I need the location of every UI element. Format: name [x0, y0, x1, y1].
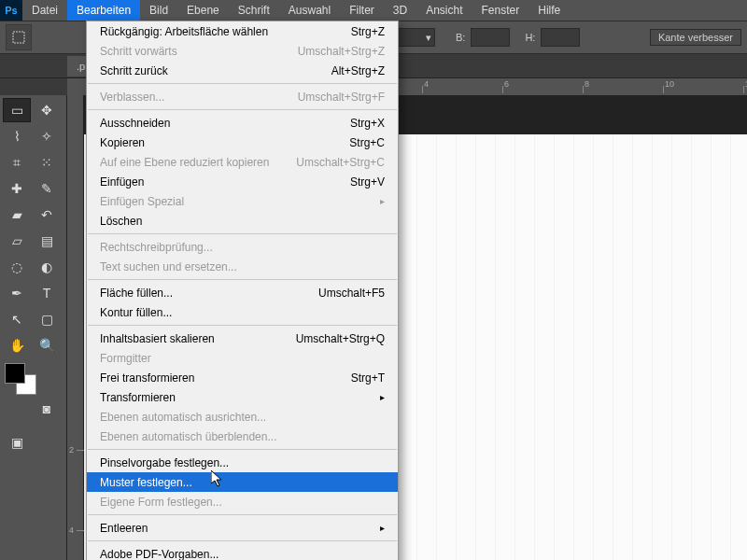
heal-tool[interactable]: ✚ [3, 176, 31, 201]
menu-auswahl[interactable]: Auswahl [279, 0, 340, 21]
menu-item-rechtschreibpr-fung: Rechtschreibprüfung... [87, 237, 398, 257]
menu-item-r-ckg-ngig-arbeitsfl-che-w-hlen[interactable]: Rückgängig: Arbeitsfläche wählenStrg+Z [87, 21, 398, 41]
menu-bild[interactable]: Bild [140, 0, 177, 21]
menu-item-pinselvorgabe-festlegen[interactable]: Pinselvorgabe festlegen... [87, 453, 398, 472]
menu-item-formgitter: Formgitter [87, 348, 398, 368]
svg-rect-0 [13, 32, 24, 43]
menu-item-einf-gen-spezial: Einfügen Spezial▸ [87, 191, 398, 211]
zoom-tool[interactable]: 🔍 [33, 333, 61, 357]
wand-tool[interactable]: ✧ [33, 124, 61, 148]
menu-item-entleeren[interactable]: Entleeren▸ [87, 518, 398, 538]
width-label: B: [456, 32, 465, 43]
hand-tool[interactable]: ✋ [3, 333, 31, 357]
color-swatches[interactable] [5, 363, 36, 395]
menu-item-transformieren[interactable]: Transformieren▸ [87, 387, 398, 407]
menu-item-ebenen-automatisch-ausrichten: Ebenen automatisch ausrichten... [87, 407, 398, 427]
brush-tool[interactable]: ✎ [33, 176, 61, 201]
menu-item-verblassen: Verblassen...Umschalt+Strg+F [87, 87, 398, 106]
type-tool[interactable]: T [33, 281, 61, 305]
submenu-arrow-icon: ▸ [380, 392, 385, 402]
menu-schrift[interactable]: Schrift [229, 0, 279, 21]
screenmode-tool[interactable]: ▣ [3, 430, 31, 455]
foreground-color[interactable] [5, 363, 25, 384]
menu-item-adobe-pdf-vorgaben[interactable]: Adobe PDF-Vorgaben... [87, 544, 398, 560]
menu-ansicht[interactable]: Ansicht [416, 0, 472, 21]
move-tool[interactable]: ✥ [33, 98, 61, 122]
tool-preset-icon[interactable] [6, 24, 32, 50]
menu-item-inhaltsbasiert-skalieren[interactable]: Inhaltsbasiert skalierenUmschalt+Strg+Q [87, 329, 398, 348]
marquee-tool[interactable]: ▭ [3, 98, 31, 122]
menu-item-muster-festlegen[interactable]: Muster festlegen... [87, 472, 398, 492]
menu-bearbeiten[interactable]: Bearbeiten [67, 0, 140, 21]
width-input[interactable] [471, 28, 510, 47]
menu-item-eigene-form-festlegen: Eigene Form festlegen... [87, 492, 398, 511]
edit-menu-dropdown: Rückgängig: Arbeitsfläche wählenStrg+ZSc… [86, 21, 399, 560]
submenu-arrow-icon: ▸ [380, 196, 385, 206]
menu-fenster[interactable]: Fenster [472, 0, 529, 21]
menu-item-kopieren[interactable]: KopierenStrg+C [87, 133, 398, 152]
eraser-tool[interactable]: ▱ [3, 229, 31, 253]
stamp-tool[interactable]: ▰ [3, 203, 31, 227]
history-tool[interactable]: ↶ [33, 203, 61, 227]
menu-item-kontur-f-llen[interactable]: Kontur füllen... [87, 302, 398, 322]
path-tool[interactable]: ↖ [3, 307, 31, 331]
blur-tool[interactable]: ◌ [3, 255, 31, 279]
refine-edge-button[interactable]: Kante verbesser [650, 29, 741, 46]
dodge-tool[interactable]: ◐ [33, 255, 61, 279]
submenu-arrow-icon: ▸ [380, 523, 385, 533]
menu-item-schritt-vorw-rts: Schritt vorwärtsUmschalt+Strg+Z [87, 41, 398, 61]
pen-tool[interactable]: ✒ [3, 281, 31, 305]
menu-datei[interactable]: Datei [22, 0, 67, 21]
menu-item-schritt-zur-ck[interactable]: Schritt zurückAlt+Strg+Z [87, 61, 398, 80]
shape-tool[interactable]: ▢ [33, 307, 61, 331]
eyedropper-tool[interactable]: ⁙ [33, 150, 61, 175]
crop-tool[interactable]: ⌗ [3, 150, 31, 175]
menu-separator [88, 540, 397, 541]
gradient-tool[interactable]: ▤ [33, 229, 61, 253]
menu-item-text-suchen-und-ersetzen: Text suchen und ersetzen... [87, 257, 398, 276]
menu-separator [88, 233, 397, 234]
quickmask-tool[interactable]: ◙ [33, 397, 61, 421]
menu-ebene[interactable]: Ebene [177, 0, 229, 21]
menu-item-frei-transformieren[interactable]: Frei transformierenStrg+T [87, 368, 398, 387]
menu-separator [88, 83, 397, 84]
app-logo: Ps [0, 0, 22, 21]
ruler-vertical: 24 [67, 95, 84, 560]
menu-3d[interactable]: 3D [384, 0, 416, 21]
lasso-tool[interactable]: ⌇ [3, 124, 31, 148]
menu-item-auf-eine-ebene-reduziert-kopieren: Auf eine Ebene reduziert kopierenUmschal… [87, 152, 398, 172]
tool-panel: ▭✥⌇✧⌗⁙✚✎▰↶▱▤◌◐✒T↖▢✋🔍◙▣ [0, 95, 67, 560]
menu-item-l-schen[interactable]: Löschen [87, 211, 398, 231]
menu-item-ausschneiden[interactable]: AusschneidenStrg+X [87, 113, 398, 133]
menu-separator [88, 325, 397, 326]
menu-separator [88, 109, 397, 110]
height-label: H: [525, 32, 535, 43]
menu-filter[interactable]: Filter [340, 0, 384, 21]
menu-separator [88, 514, 397, 515]
menu-separator [88, 279, 397, 280]
menu-item-einf-gen[interactable]: EinfügenStrg+V [87, 172, 398, 191]
menu-hilfe[interactable]: Hilfe [529, 0, 570, 21]
menu-separator [88, 449, 397, 450]
menubar: Ps DateiBearbeitenBildEbeneSchriftAuswah… [0, 0, 747, 21]
menu-item-ebenen-automatisch-berblenden: Ebenen automatisch überblenden... [87, 427, 398, 446]
height-input[interactable] [541, 28, 580, 47]
menu-item-fl-che-f-llen[interactable]: Fläche füllen...Umschalt+F5 [87, 283, 398, 302]
